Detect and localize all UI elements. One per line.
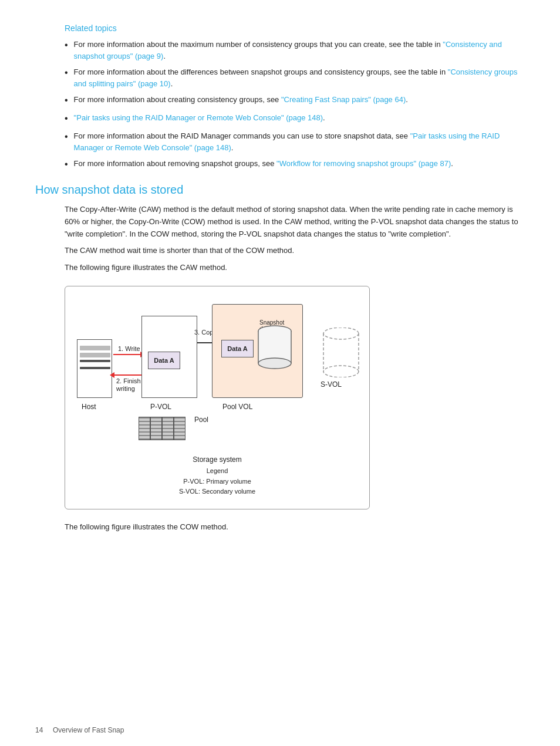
related-topics-heading: Related topics (65, 23, 525, 33)
link-pair-tasks-1[interactable]: "Pair tasks using the RAID Manager or Re… (74, 113, 323, 122)
svol-label: S-VOL (321, 380, 342, 389)
data-a-pool: Data A (221, 340, 254, 357)
link-creating-fast-snap[interactable]: "Creating Fast Snap pairs" (page 64) (281, 95, 406, 104)
svol-cylinder (321, 328, 362, 377)
svg-point-5 (323, 328, 359, 339)
paragraph-1: The Copy-After-Write (CAW) method is the… (65, 204, 525, 274)
caw-diagram: Host 1. Write 2. Finish writing Data A P… (65, 286, 370, 509)
link-consistency-snapshot[interactable]: "Consistency and snapshot groups" (page … (74, 40, 502, 60)
page-footer: 14 Overview of Fast Snap (35, 726, 124, 734)
link-consistency-splitting[interactable]: "Consistency groups and splitting pairs"… (74, 67, 518, 88)
related-topics-section: Related topics For more information abou… (35, 23, 525, 171)
finish-arrow (113, 374, 141, 376)
list-item: For more information about removing snap… (65, 158, 525, 171)
pool-vol-box: Data A Snapshot data (212, 304, 303, 398)
host-box (77, 339, 112, 398)
snapshot-cylinder (257, 325, 292, 369)
cow-paragraph: The following figure illustrates the COW… (65, 521, 525, 534)
write-arrow (113, 354, 141, 355)
copy-arrow (197, 342, 214, 343)
write-label: 1. Write (118, 345, 140, 352)
data-a-pvol: Data A (148, 352, 180, 369)
list-item: For more information about the maximum n… (65, 39, 525, 62)
writing-label: writing (116, 385, 135, 392)
footer-title: Overview of Fast Snap (53, 726, 124, 734)
page-number: 14 (35, 726, 43, 734)
pvol-box: Data A (141, 316, 197, 398)
finish-label: 2. Finish (116, 377, 141, 384)
svg-point-8 (323, 366, 359, 377)
diagram-area: Host 1. Write 2. Finish writing Data A P… (77, 298, 357, 451)
link-pair-tasks-2[interactable]: "Pair tasks using the RAID Manager or Re… (74, 131, 500, 152)
storage-system-label: Storage system (77, 455, 357, 464)
list-item: "Pair tasks using the RAID Manager or Re… (65, 112, 525, 126)
list-item: For more information about creating cons… (65, 94, 525, 107)
list-item: For more information about the RAID Mana… (65, 130, 525, 153)
legend-block: Legend P-VOL: Primary volume S-VOL: Seco… (77, 466, 357, 497)
section-heading: How snapshot data is stored (35, 183, 525, 197)
svg-point-4 (258, 358, 291, 369)
pvol-label: P-VOL (150, 403, 171, 411)
list-item: For more information about the differenc… (65, 66, 525, 89)
host-label: Host (82, 403, 96, 411)
related-topics-list: For more information about the maximum n… (65, 39, 525, 171)
pool-label: Pool (194, 416, 208, 424)
how-snapshot-section: How snapshot data is stored The Copy-Aft… (35, 183, 525, 274)
link-workflow-removing[interactable]: "Workflow for removing snapshot groups" … (276, 159, 451, 168)
storage-bottom (139, 417, 185, 440)
pool-vol-label: Pool VOL (222, 403, 252, 411)
